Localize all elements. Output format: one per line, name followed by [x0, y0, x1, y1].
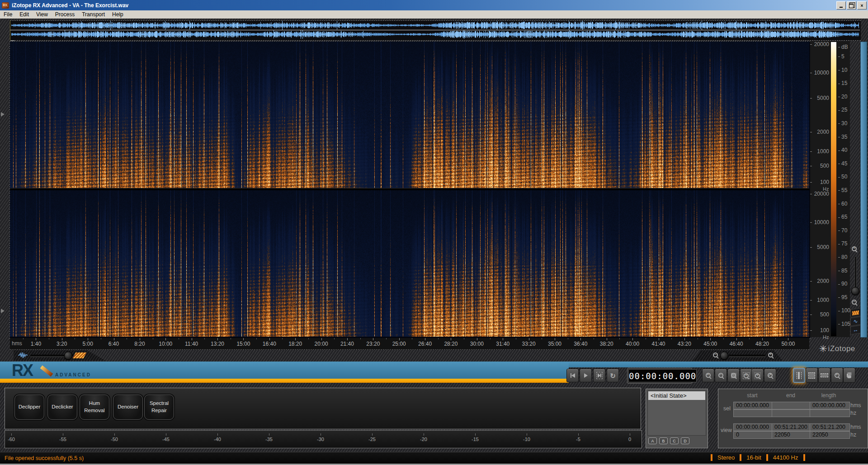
view-end-hms-cell[interactable]: 00:51:21.200 — [772, 423, 812, 431]
frequency-selection-tool[interactable] — [818, 368, 830, 383]
menu-item-transport[interactable]: Transport — [78, 11, 108, 18]
menu-item-view[interactable]: View — [33, 11, 52, 18]
meter-panel: -60-55-50-45-40-35-30-25-20-15-10-50 — [5, 430, 642, 448]
module-button-declicker[interactable]: Declicker — [47, 395, 77, 420]
sel-length-hms-cell[interactable]: 00:00:00.000 — [810, 402, 850, 409]
view-end-hz-cell[interactable]: 22050 — [772, 431, 812, 439]
time-frequency-selection-tool[interactable] — [806, 368, 818, 383]
meter-tick — [630, 433, 630, 436]
zoom-custom-button[interactable]: ↗ — [764, 369, 776, 382]
menu-item-help[interactable]: Help — [108, 11, 127, 18]
ruler-tick-label: 35:00 — [548, 341, 561, 347]
db-scale-label: 75 — [838, 240, 847, 247]
horizontal-zoom-slider-track[interactable] — [729, 355, 765, 357]
blend-slider-knob[interactable] — [64, 352, 72, 360]
ruler-tick — [347, 338, 348, 340]
zoom-reset-button[interactable]: − — [727, 369, 740, 382]
ruler-tick-label: 33:20 — [522, 341, 536, 347]
vertical-zoom-strip: + − ∿ ↔ — [850, 41, 860, 337]
module-button-declipper[interactable]: Declipper — [14, 395, 44, 420]
meter-scale-label: -10 — [523, 437, 530, 442]
ruler-minor-tick — [256, 338, 257, 339]
spectrogram-view-button[interactable] — [850, 308, 861, 317]
spectrogram-channel-1[interactable] — [10, 42, 809, 188]
restore-button[interactable] — [847, 1, 856, 9]
vertical-zoom-out-button[interactable]: − — [852, 300, 857, 305]
zoom-tool[interactable]: + — [831, 368, 843, 383]
snapshot-button-a[interactable]: A — [648, 437, 657, 444]
time-ruler[interactable]: hms 1:403:205:006:408:2010:0011:4013:201… — [10, 338, 809, 350]
module-button-hum-removal[interactable]: Hum Removal — [80, 395, 109, 420]
snapshot-button-d[interactable]: D — [681, 437, 689, 444]
spectrogram-scrollbar[interactable] — [860, 42, 867, 338]
menu-item-process[interactable]: Process — [52, 11, 78, 18]
freq-label-ch2: 100 — [810, 327, 829, 333]
window-titlebar[interactable]: RX. iZotope RX Advanced - VA - The Exorc… — [0, 0, 868, 10]
time-selection-tool[interactable] — [793, 368, 805, 383]
view-start-hms-cell[interactable]: 00:00:00.000 — [733, 423, 774, 431]
sel-length-hz-cell[interactable] — [810, 409, 850, 417]
spectrogram-channel-2[interactable] — [10, 190, 809, 337]
time-display[interactable]: 00:00:00.000 — [627, 368, 692, 384]
ruler-tick-label: 45:00 — [703, 341, 717, 347]
restore-icon — [849, 4, 854, 8]
ruler-tick — [425, 338, 425, 340]
go-to-start-button[interactable] — [566, 369, 579, 382]
snapshot-button-c[interactable]: C — [670, 437, 679, 444]
sel-end-hms-cell[interactable] — [772, 402, 812, 409]
history-item-initial-state[interactable]: <Initial State> — [648, 391, 705, 400]
zoom-to-selection-button[interactable]: + — [740, 369, 752, 382]
menu-item-edit[interactable]: Edit — [16, 11, 33, 18]
time-frequency-selection-icon — [808, 372, 815, 379]
app-icon: RX. — [2, 2, 9, 9]
zoom-tool-icon: + — [835, 373, 840, 378]
close-button[interactable]: × — [857, 1, 867, 9]
meter-scale-label: -50 — [111, 437, 118, 442]
overview-waveform-canvas[interactable] — [10, 21, 860, 39]
rx-advanced-label: ADVANCED — [55, 372, 91, 377]
hand-tool[interactable] — [843, 368, 855, 383]
sel-start-hz-cell[interactable] — [733, 409, 774, 417]
view-start-hz-cell[interactable]: 0 — [733, 431, 774, 439]
menu-item-file[interactable]: File — [0, 11, 16, 18]
view-length-hms-cell[interactable]: 00:51:21.200 — [810, 423, 850, 431]
waveform-view-button[interactable]: ∿ — [850, 316, 861, 326]
db-colorbar — [831, 42, 836, 336]
application-window: RX. iZotope RX Advanced - VA - The Exorc… — [0, 0, 868, 465]
db-scale-label: 50 — [838, 174, 847, 180]
module-button-denoiser[interactable]: Denoiser — [113, 395, 143, 420]
meter-scale-label: -55 — [59, 437, 66, 442]
channel2-marker-icon[interactable] — [1, 309, 5, 313]
time-selection-icon — [797, 372, 802, 379]
view-length-hz-cell[interactable]: 22050 — [810, 431, 850, 439]
horizontal-zoom-in-button[interactable]: + — [768, 352, 774, 358]
loop-button[interactable]: ↻ — [607, 369, 619, 382]
vertical-zoom-in-button[interactable]: + — [852, 246, 857, 252]
ruler-minor-tick — [204, 338, 205, 339]
zoom-in-button[interactable]: + — [702, 369, 714, 382]
ruler-minor-tick — [542, 338, 542, 339]
horizontal-zoom-out-button[interactable]: − — [713, 352, 718, 358]
zoom-in-selection-button[interactable]: + — [751, 369, 764, 382]
sel-start-hms-cell[interactable]: 00:00:00.000 — [733, 402, 774, 409]
channel1-marker-icon[interactable] — [1, 112, 5, 117]
fit-view-button[interactable]: ↔ — [850, 325, 861, 334]
vertical-zoom-slider-knob[interactable] — [851, 287, 859, 295]
format-separator — [711, 454, 712, 461]
play-selection-button[interactable] — [593, 369, 605, 382]
history-list[interactable]: <Initial State> — [647, 390, 706, 436]
zoom-out-button[interactable]: − — [715, 369, 727, 382]
snapshot-button-b[interactable]: B — [659, 437, 668, 444]
minimize-button[interactable] — [836, 1, 846, 9]
ruler-minor-tick — [49, 338, 49, 339]
meter-tick — [372, 433, 373, 436]
zoom-custom-icon: ↗ — [768, 373, 773, 378]
play-button[interactable] — [580, 369, 592, 382]
waveform-overview[interactable] — [10, 20, 861, 41]
sel-end-hz-cell[interactable] — [772, 409, 812, 417]
meter-tick — [11, 433, 12, 436]
ruler-tick — [192, 338, 192, 340]
freq-label-ch1: 2000 — [810, 129, 829, 135]
module-button-spectral-repair[interactable]: Spectral Repair — [144, 395, 174, 420]
horizontal-zoom-slider-knob[interactable] — [720, 352, 728, 360]
